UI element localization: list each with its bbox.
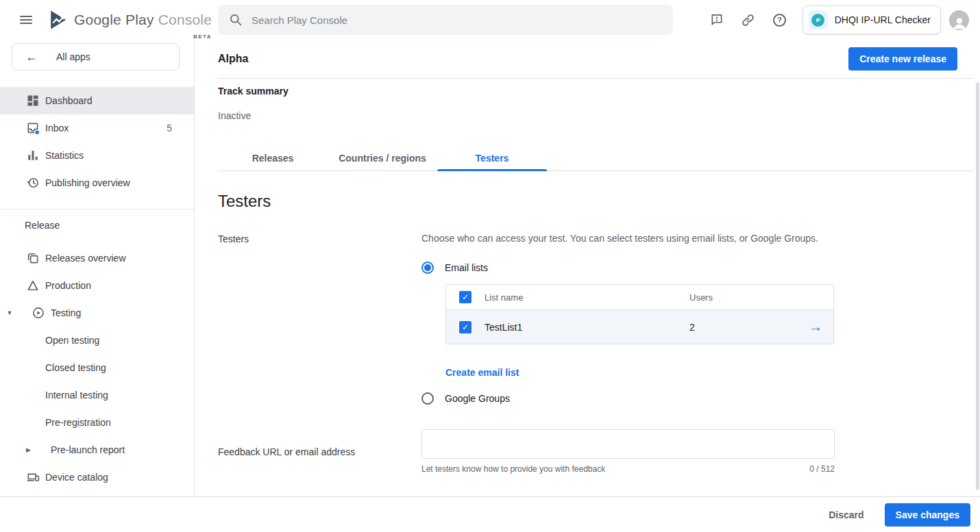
sidebar-item-label: Inbox	[45, 123, 69, 134]
sidebar-item-publishing-overview[interactable]: Publishing overview	[0, 169, 194, 197]
inbox-icon	[26, 121, 40, 135]
radio-unselected-icon	[421, 392, 434, 405]
email-lists-table: ✓ List name Users ✓ TestList1 2	[445, 284, 834, 344]
page-header: Alpha Create new release	[218, 40, 973, 79]
release-section: Release Releases overview	[0, 209, 194, 491]
page-title: Alpha	[218, 53, 248, 65]
sidebar-item-label: Releases overview	[45, 253, 126, 264]
app-chip-icon: IP	[809, 10, 828, 29]
sidebar: ← All apps Dashboard	[0, 40, 195, 496]
logo-title: Google Play Console	[74, 12, 212, 28]
feedback-url-input[interactable]	[421, 429, 835, 459]
app-chip-label: DHQI IP-URL Checker	[835, 14, 931, 25]
production-icon	[26, 279, 40, 292]
table-row[interactable]: ✓ TestList1 2 →	[446, 310, 833, 344]
testers-form-label: Testers	[218, 233, 421, 405]
scrollbar[interactable]	[976, 82, 979, 490]
statistics-icon	[26, 149, 40, 162]
feedback-url-label: Feedback URL or email address	[218, 446, 421, 457]
sidebar-item-closed-testing[interactable]: Closed testing	[0, 354, 194, 381]
row-arrow-icon[interactable]: →	[796, 319, 835, 335]
feedback-helper-row: Let testers know how to provide you with…	[421, 464, 835, 474]
top-bar: Google Play Console BETA	[0, 0, 980, 40]
help-button[interactable]: ?	[767, 7, 793, 33]
menu-button[interactable]	[12, 6, 40, 34]
sidebar-item-label: Internal testing	[45, 390, 108, 401]
testers-form-row: Testers Choose who can access your test.…	[218, 233, 973, 405]
release-section-label: Release	[0, 216, 194, 234]
play-console-logo[interactable]: Google Play Console BETA	[45, 8, 212, 32]
column-header-users: Users	[689, 292, 796, 303]
sidebar-item-testing[interactable]: ▼ Testing	[0, 299, 194, 327]
google-groups-label: Google Groups	[445, 393, 510, 404]
tab-testers[interactable]: Testers	[437, 146, 547, 170]
sidebar-item-production[interactable]: Production	[0, 272, 194, 299]
column-header-list-name: List name	[485, 292, 689, 303]
sidebar-item-label: Pre-launch report	[51, 444, 125, 455]
email-lists-radio[interactable]: Email lists	[421, 262, 973, 274]
avatar-icon	[951, 15, 968, 30]
section-heading: Testers	[218, 192, 973, 211]
sidebar-item-releases-overview[interactable]: Releases overview	[0, 244, 194, 272]
sidebar-item-label: Testing	[51, 307, 81, 318]
dashboard-icon	[26, 94, 40, 107]
char-counter: 0 / 512	[809, 464, 835, 474]
sidebar-item-device-catalog[interactable]: Device catalog	[0, 464, 194, 491]
radio-selected-icon	[421, 262, 434, 274]
sidebar-nav: Dashboard Inbox 5	[0, 87, 194, 491]
search-bar[interactable]	[218, 5, 673, 35]
top-bar-right: ? IP DHQI IP-URL Checker	[704, 5, 980, 34]
email-lists-label: Email lists	[445, 262, 488, 273]
create-new-release-button[interactable]: Create new release	[848, 47, 957, 71]
feedback-button[interactable]	[704, 7, 730, 33]
releases-overview-icon	[26, 251, 40, 265]
caret-right-icon[interactable]: ▶	[26, 446, 34, 453]
google-groups-radio[interactable]: Google Groups	[421, 392, 973, 405]
inbox-badge: 5	[167, 123, 172, 134]
all-apps-button[interactable]: ← All apps	[12, 43, 180, 71]
sidebar-item-pre-launch-report[interactable]: ▶ Pre-launch report	[0, 436, 194, 464]
feedback-form-row: Feedback URL or email address Let tester…	[218, 429, 973, 474]
check-icon: ✓	[462, 322, 469, 332]
sidebar-item-open-testing[interactable]: Open testing	[0, 327, 194, 354]
table-header-row: ✓ List name Users	[446, 285, 833, 310]
all-apps-label: All apps	[56, 51, 90, 62]
save-changes-button[interactable]: Save changes	[885, 503, 970, 527]
discard-button[interactable]: Discard	[824, 504, 868, 526]
create-email-list-link[interactable]: Create email list	[445, 367, 519, 378]
sidebar-item-label: Production	[45, 280, 91, 291]
sidebar-item-label: Pre-registration	[45, 417, 111, 428]
sidebar-item-label: Device catalog	[45, 472, 108, 483]
top-bar-left: Google Play Console BETA	[0, 6, 218, 34]
table-header-checkbox[interactable]: ✓	[459, 291, 471, 303]
track-status: Inactive	[218, 110, 973, 121]
play-logo-icon	[45, 8, 70, 32]
sidebar-item-internal-testing[interactable]: Internal testing	[0, 381, 194, 409]
play-console-app: Google Play Console BETA	[0, 0, 980, 532]
sidebar-item-label: Statistics	[45, 150, 84, 161]
avatar[interactable]	[949, 10, 969, 30]
tab-bar: Releases Countries / regions Testers	[218, 146, 973, 171]
testers-description: Choose who can access your test. You can…	[421, 233, 973, 244]
tab-countries-regions[interactable]: Countries / regions	[328, 146, 437, 170]
testers-form-content: Choose who can access your test. You can…	[421, 233, 973, 405]
feedback-helper-text: Let testers know how to provide you with…	[421, 464, 605, 474]
back-arrow-icon: ←	[25, 50, 38, 64]
sidebar-item-statistics[interactable]: Statistics	[0, 142, 194, 169]
link-button[interactable]	[735, 7, 761, 33]
sidebar-item-label: Open testing	[45, 335, 99, 346]
link-icon	[741, 13, 755, 27]
menu-icon	[20, 16, 32, 17]
sidebar-item-dashboard[interactable]: Dashboard	[0, 87, 194, 114]
app-chip[interactable]: IP DHQI IP-URL Checker	[803, 5, 941, 34]
main-content: Alpha Create new release Track summary I…	[195, 40, 980, 496]
row-checkbox[interactable]: ✓	[459, 321, 471, 333]
beta-badge: BETA	[193, 34, 212, 40]
search-icon	[229, 13, 243, 27]
search-input[interactable]	[252, 14, 662, 26]
caret-down-icon[interactable]: ▼	[5, 309, 14, 316]
sidebar-item-pre-registration[interactable]: Pre-registration	[0, 409, 194, 436]
footer-bar: Discard Save changes	[0, 496, 980, 532]
sidebar-item-inbox[interactable]: Inbox 5	[0, 114, 194, 142]
tab-releases[interactable]: Releases	[218, 146, 328, 170]
